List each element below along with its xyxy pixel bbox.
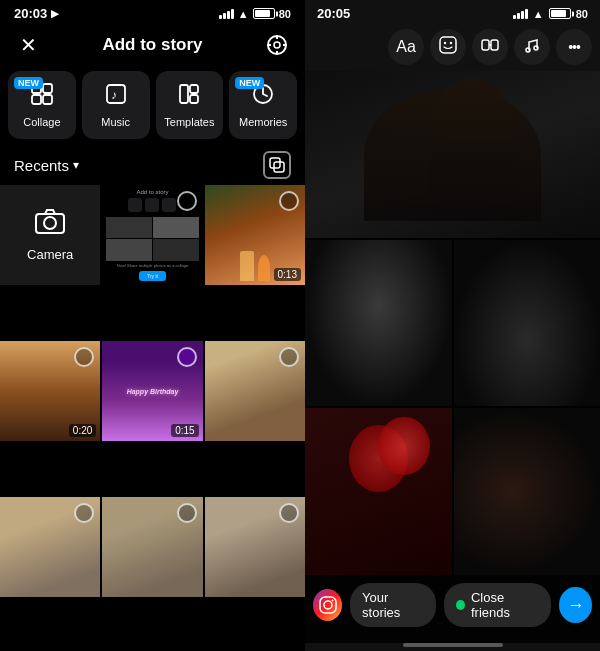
tab-templates-label: Templates	[164, 116, 214, 128]
select-multiple-icon[interactable]	[263, 151, 291, 179]
status-bar-right: 20:05 ▲ 80	[305, 0, 600, 25]
cell-select-old3[interactable]	[279, 503, 299, 523]
tab-memories[interactable]: NEW Memories	[229, 71, 297, 139]
old-photo-1-cell[interactable]	[0, 497, 100, 597]
send-icon: →	[567, 595, 585, 616]
media-grid: Camera Add to story Now! Share multiple …	[0, 185, 305, 651]
birthday-cell[interactable]: Happy Birthday 0:15	[102, 341, 202, 441]
close-friends-button[interactable]: Close friends	[444, 583, 551, 627]
bw-embrace-bg	[454, 240, 601, 407]
tab-collage[interactable]: NEW Collage	[8, 71, 76, 139]
inner-icons	[128, 198, 176, 212]
battery-fill-left	[255, 10, 270, 17]
close-friends-label: Close friends	[471, 590, 539, 620]
balloon-2	[378, 417, 429, 475]
woman-duration: 0:20	[69, 424, 96, 437]
templates-svg	[177, 82, 201, 106]
tab-music-label: Music	[101, 116, 130, 128]
signal-bars-right	[513, 9, 528, 19]
cell-select-birthday[interactable]	[177, 347, 197, 367]
collage-mini	[106, 217, 198, 261]
svg-rect-28	[320, 597, 336, 613]
tab-templates[interactable]: Templates	[156, 71, 224, 139]
copy-svg	[269, 157, 285, 173]
bar3	[227, 11, 230, 19]
page-title: Add to story	[102, 35, 202, 55]
recents-label[interactable]: Recents ▾	[14, 157, 79, 174]
cell-select-1[interactable]	[177, 191, 197, 211]
birthday-duration: 0:15	[171, 424, 198, 437]
status-time-left: 20:03 ▶	[14, 6, 59, 21]
more-options-button[interactable]: •••	[556, 29, 592, 65]
cell-select-old2[interactable]	[177, 503, 197, 523]
r-bar1	[513, 15, 516, 19]
recents-bar: Recents ▾	[0, 147, 305, 185]
drinks-cell[interactable]: 0:13	[205, 185, 305, 285]
camera-label: Camera	[27, 247, 73, 262]
svg-point-26	[526, 48, 530, 52]
bar1	[219, 15, 222, 19]
text-style-button[interactable]: Aa	[388, 29, 424, 65]
bw-kiss-bg	[305, 240, 452, 407]
story-photo-1	[305, 71, 600, 238]
figure-2	[429, 79, 518, 196]
story-photo-2	[305, 240, 452, 407]
left-panel: 20:03 ▶ ▲ 80 ✕ Add to story	[0, 0, 305, 651]
tab-music[interactable]: ♪ Music	[82, 71, 150, 139]
mini-cell-1	[106, 217, 152, 238]
link-button[interactable]	[472, 29, 508, 65]
old-photo-3-cell[interactable]	[205, 497, 305, 597]
svg-point-21	[444, 42, 446, 44]
wifi-icon-right: ▲	[533, 8, 544, 20]
screenshot-cell[interactable]: Add to story Now! Share multiple photos …	[102, 185, 202, 285]
your-stories-button[interactable]: Your stories	[350, 583, 436, 627]
sync-svg	[266, 34, 288, 56]
family-cell[interactable]	[205, 341, 305, 441]
close-button-left[interactable]: ✕	[14, 31, 42, 59]
mini-cell-4	[153, 239, 199, 260]
drink-glass-2	[258, 255, 270, 281]
story-photo-5	[454, 408, 601, 575]
drink-glass-1	[240, 251, 254, 281]
svg-rect-20	[440, 37, 456, 53]
emoji-svg	[439, 36, 457, 54]
time-right: 20:05	[317, 6, 350, 21]
bar4	[231, 9, 234, 19]
cell-select-woman[interactable]	[74, 347, 94, 367]
camera-cell[interactable]: Camera	[0, 185, 100, 285]
inner-icon-1	[128, 198, 142, 212]
sync-icon[interactable]	[263, 31, 291, 59]
drinks-duration: 0:13	[274, 268, 301, 281]
music-note-svg	[523, 36, 541, 54]
svg-rect-8	[32, 95, 41, 104]
emoji-icon	[439, 36, 457, 58]
instagram-logo-icon	[318, 595, 338, 615]
close-icon-left: ✕	[20, 33, 37, 57]
cell-select-old1[interactable]	[74, 503, 94, 523]
svg-point-19	[44, 217, 56, 229]
photo-overlay-1	[305, 71, 600, 238]
inner-icon-2	[145, 198, 159, 212]
your-stories-label: Your stories	[362, 590, 400, 620]
status-indicators-left: ▲ 80	[219, 8, 291, 20]
bottom-bar: Your stories Close friends →	[305, 575, 600, 643]
cell-select-family[interactable]	[279, 347, 299, 367]
right-toolbar: Aa	[305, 25, 600, 71]
avatar	[313, 589, 342, 621]
send-button[interactable]: →	[559, 587, 592, 623]
inner-title: Add to story	[136, 189, 168, 195]
emoji-button[interactable]	[430, 29, 466, 65]
svg-rect-9	[43, 95, 52, 104]
svg-point-1	[274, 42, 280, 48]
woman-cell[interactable]: 0:20	[0, 341, 100, 441]
status-bar-left: 20:03 ▶ ▲ 80	[0, 0, 305, 25]
cell-select-drinks[interactable]	[279, 191, 299, 211]
battery-icon-right	[549, 8, 571, 19]
svg-rect-24	[491, 40, 498, 50]
inner-icon-3	[162, 198, 176, 212]
svg-rect-14	[190, 95, 198, 103]
old-photo-2-cell[interactable]	[102, 497, 202, 597]
music-sticker-button[interactable]	[514, 29, 550, 65]
more-icon: •••	[568, 39, 580, 55]
story-photo-4	[305, 408, 452, 575]
